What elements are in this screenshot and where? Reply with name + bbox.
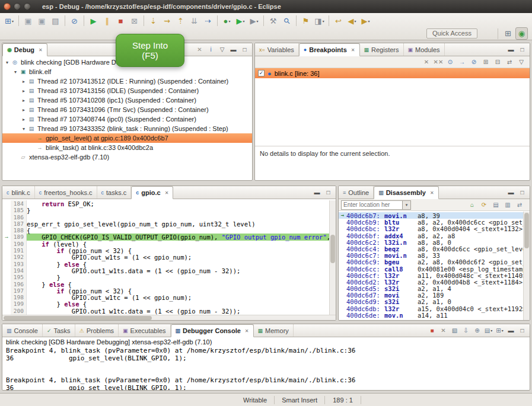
remove-all-terminated-button[interactable]: ✕	[195, 44, 205, 55]
tree-item[interactable]: ▸▤Thread #5 1073410208 (ipc1) (Suspended…	[2, 95, 252, 105]
code-line[interactable]: }	[27, 207, 329, 213]
remove-launch-button[interactable]: ✕	[438, 325, 448, 335]
tree-item[interactable]: ▱xtensa-esp32-elf-gdb (7.10)	[2, 152, 252, 162]
view-menu-button[interactable]: ▽	[516, 57, 527, 67]
step-over-button[interactable]: ⇝	[161, 15, 173, 27]
minimize-button[interactable]: ▬	[312, 187, 322, 197]
breakpoint-checkbox[interactable]: ✓	[258, 70, 265, 76]
show-breakpoints-supported-button[interactable]: ⊙	[445, 57, 455, 67]
disassembly-row[interactable]: 400dc6d5:s32ia2, a1, 4	[339, 285, 530, 292]
external-tools-button[interactable]: ▶▾	[248, 15, 260, 27]
line-number[interactable]: 186	[11, 214, 24, 220]
tab-debugger-console[interactable]: ▥Debugger Console✕	[171, 324, 254, 337]
expander-icon[interactable]: ▸	[20, 117, 27, 122]
disassembly-row[interactable]: 400dc6d2:l32ra2, 0x400d04b8 <_stext+1184…	[339, 279, 530, 285]
debug-button[interactable]: ●▾	[221, 15, 233, 27]
minimize-button[interactable]: ▬	[228, 44, 238, 55]
disassembly-row[interactable]: 400dc6cc:call80x40081e00 <esp_log_timest…	[339, 266, 530, 272]
run-button[interactable]: ▶▾	[234, 15, 247, 27]
show-source-button[interactable]: ▤	[490, 200, 501, 210]
tab-registers[interactable]: ▦Registers	[360, 43, 404, 56]
tab-console[interactable]: ▥Console	[2, 324, 43, 337]
last-edit-location-button[interactable]: ↩	[332, 15, 345, 27]
line-number[interactable]: 191	[11, 247, 24, 254]
tree-item[interactable]: →blink_task() at blink.c:33 0x400dbc2a	[2, 143, 252, 152]
code-line[interactable]: GPIO.out1_w1ts.data = (1 << (gpio_num - …	[27, 267, 329, 274]
refresh-button[interactable]: ⟳	[479, 200, 489, 210]
line-number[interactable]: 185	[11, 207, 24, 213]
expander-icon[interactable]: ▸	[20, 107, 27, 113]
terminate-button[interactable]: ■	[427, 325, 437, 335]
display-selected-console-button[interactable]: ▤▾	[483, 325, 493, 335]
location-input[interactable]	[341, 200, 403, 210]
line-number[interactable]: 195	[11, 274, 24, 280]
scrollbar-thumb[interactable]	[330, 235, 335, 263]
breakpoint-item[interactable]: ✓●blink.c [line: 36]	[255, 68, 530, 78]
disconnect-button[interactable]: ⊠	[128, 15, 141, 27]
expander-icon[interactable]: ▾	[20, 126, 27, 132]
tree-item[interactable]: ▾▤Thread #9 1073433352 (blink_task : Run…	[2, 124, 252, 133]
scrollbar-thumb[interactable]	[4, 316, 152, 320]
code-line[interactable]: if (level) {	[27, 241, 329, 247]
drop-to-frame-button[interactable]: ⇊	[188, 15, 200, 27]
line-number[interactable]: 187	[11, 220, 24, 227]
skip-all-breakpoints-button[interactable]: ⊘	[68, 15, 81, 27]
code-line[interactable]: GPIO.out_w1ts = (1 << gpio_num);	[27, 254, 329, 260]
remove-all-breakpoints-button[interactable]: ✕✕	[433, 57, 444, 67]
maximize-button[interactable]: □	[517, 44, 527, 55]
expander-icon[interactable]: ▸	[20, 88, 27, 94]
disassembly-row[interactable]: 400dc6d7:movia2, 189	[339, 292, 530, 298]
code-line[interactable]: {	[27, 227, 329, 234]
line-number[interactable]: 193	[11, 261, 24, 267]
tree-item[interactable]: ▾▣blink.elf	[2, 67, 252, 76]
close-icon[interactable]: ✕	[351, 47, 355, 53]
print-button[interactable]: ▤	[49, 15, 62, 27]
location-dropdown-icon[interactable]: ▾	[403, 200, 411, 210]
skip-all-breakpoints-button[interactable]: ⊘	[469, 57, 479, 67]
suspend-button[interactable]: ∥	[101, 15, 113, 27]
collapse-all-button[interactable]: ⊟	[492, 57, 503, 67]
tab-memory[interactable]: ▦Memory	[254, 324, 294, 337]
line-number[interactable]: 199	[11, 300, 24, 307]
view-menu-button[interactable]: ▽	[217, 44, 227, 55]
close-icon[interactable]: ✕	[39, 47, 43, 53]
quick-access-button[interactable]: Quick Access	[426, 28, 477, 39]
line-number[interactable]: 190	[11, 241, 24, 247]
instruction-stepping-button[interactable]: ⇢	[202, 15, 214, 27]
code-line[interactable]	[27, 214, 329, 220]
code-line[interactable]: } else {	[27, 261, 329, 267]
tree-item[interactable]: →gpio_set_level() at gpio.c:189 0x400dc6…	[2, 133, 252, 143]
tab-blink-c[interactable]: cblink.c	[2, 186, 35, 199]
clear-console-button[interactable]: ▧	[450, 325, 460, 335]
expander-icon[interactable]: ▸	[20, 79, 27, 84]
link-with-debug-view-button[interactable]: ⇄	[504, 57, 515, 67]
tab-tasks[interactable]: ✓Tasks	[43, 324, 75, 337]
line-number[interactable]: 198	[11, 294, 24, 300]
tab-tasks-c[interactable]: ctasks.c	[97, 186, 132, 199]
step-return-button[interactable]: ⇡	[174, 15, 187, 27]
editor-horizontal-scrollbar[interactable]	[2, 315, 336, 321]
annotation-gutter[interactable]: →	[2, 200, 11, 315]
disassembly-row[interactable]: 400dc6bc:l32ra8, 0x400d0404 <_stext+1132…	[339, 225, 530, 232]
instruction-stepping-mode-button[interactable]: i	[206, 44, 216, 55]
terminate-button[interactable]: ■	[114, 15, 127, 27]
expander-icon[interactable]: ▸	[20, 98, 27, 103]
line-number[interactable]: 192	[11, 254, 24, 260]
code-line[interactable]: }	[27, 274, 329, 280]
scrollbar-thumb[interactable]	[524, 213, 529, 248]
tree-item[interactable]: ▸▤Thread #6 1073431096 (Tmr Svc) (Suspen…	[2, 105, 252, 114]
close-icon[interactable]: ✕	[245, 328, 249, 334]
go-to-file-button[interactable]: →	[457, 57, 467, 67]
tab-outline[interactable]: ≡Outline	[339, 186, 374, 199]
close-icon[interactable]: ✕	[430, 190, 434, 196]
debug-perspective-button[interactable]: ◉	[515, 27, 528, 40]
build-button[interactable]: ⚒	[267, 15, 279, 27]
line-number[interactable]: 200	[11, 308, 24, 314]
close-button[interactable]	[4, 3, 11, 10]
code-line[interactable]: } else {	[27, 300, 329, 307]
minimize-button[interactable]: ▬	[506, 187, 516, 197]
annotations-button[interactable]: ◨▾	[313, 15, 326, 27]
line-number[interactable]: 188	[11, 227, 24, 234]
disassembly-scrollbar[interactable]	[523, 212, 530, 320]
disassembly-row[interactable]: 400dc6d9:s32ia2, a1, 0	[339, 298, 530, 305]
